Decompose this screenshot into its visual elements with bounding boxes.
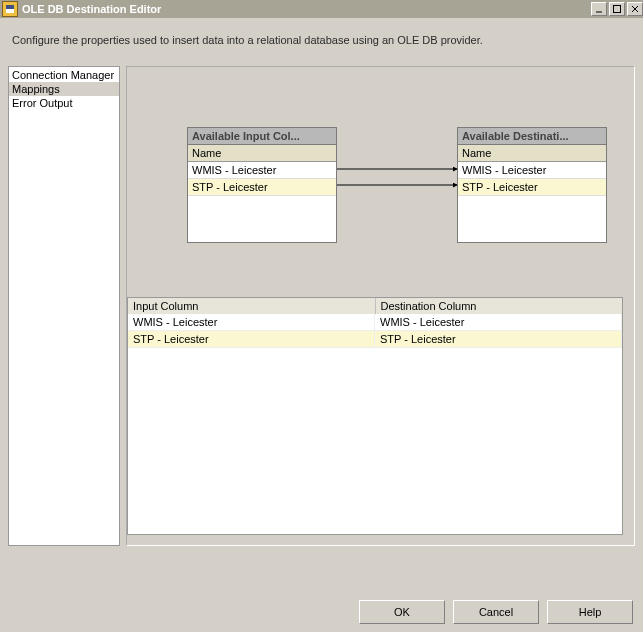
nav-item-mappings[interactable]: Mappings (9, 82, 119, 96)
nav-item-connection-manager[interactable]: Connection Manager (9, 68, 119, 82)
svg-rect-1 (6, 5, 14, 9)
nav-item-error-output[interactable]: Error Output (9, 96, 119, 110)
help-button[interactable]: Help (547, 600, 633, 624)
grid-cell[interactable]: STP - Leicester (128, 331, 375, 348)
mapping-grid: Input Column Destination Column WMIS - L… (127, 297, 623, 535)
target-box-row[interactable]: WMIS - Leicester (458, 162, 606, 179)
grid-cell[interactable]: WMIS - Leicester (375, 314, 622, 331)
target-box-title: Available Destinati... (458, 128, 606, 145)
window-title: OLE DB Destination Editor (22, 3, 589, 15)
source-box-title: Available Input Col... (188, 128, 336, 145)
description-text: Configure the properties used to insert … (0, 18, 643, 66)
app-icon (2, 1, 18, 17)
grid-column-header[interactable]: Destination Column (376, 298, 623, 314)
section-nav: Connection Manager Mappings Error Output (8, 66, 120, 546)
target-box-row[interactable]: STP - Leicester (458, 179, 606, 196)
content-panel: Available Input Col... Name WMIS - Leice… (126, 66, 635, 546)
maximize-button[interactable] (609, 2, 625, 16)
ok-button[interactable]: OK (359, 600, 445, 624)
table-row: WMIS - Leicester WMIS - Leicester (128, 314, 622, 331)
close-button[interactable] (627, 2, 643, 16)
grid-cell[interactable]: WMIS - Leicester (128, 314, 375, 331)
grid-column-header[interactable]: Input Column (128, 298, 376, 314)
source-box-header: Name (188, 145, 336, 162)
grid-cell[interactable]: STP - Leicester (375, 331, 622, 348)
available-destination-columns-box[interactable]: Available Destinati... Name WMIS - Leice… (457, 127, 607, 243)
source-box-row[interactable]: WMIS - Leicester (188, 162, 336, 179)
minimize-button[interactable] (591, 2, 607, 16)
svg-rect-0 (6, 9, 14, 13)
mapping-canvas: Available Input Col... Name WMIS - Leice… (127, 67, 634, 297)
table-row: STP - Leicester STP - Leicester (128, 331, 622, 348)
available-input-columns-box[interactable]: Available Input Col... Name WMIS - Leice… (187, 127, 337, 243)
target-box-header: Name (458, 145, 606, 162)
source-box-row[interactable]: STP - Leicester (188, 179, 336, 196)
svg-rect-3 (614, 6, 621, 13)
cancel-button[interactable]: Cancel (453, 600, 539, 624)
window-titlebar: OLE DB Destination Editor (0, 0, 643, 18)
